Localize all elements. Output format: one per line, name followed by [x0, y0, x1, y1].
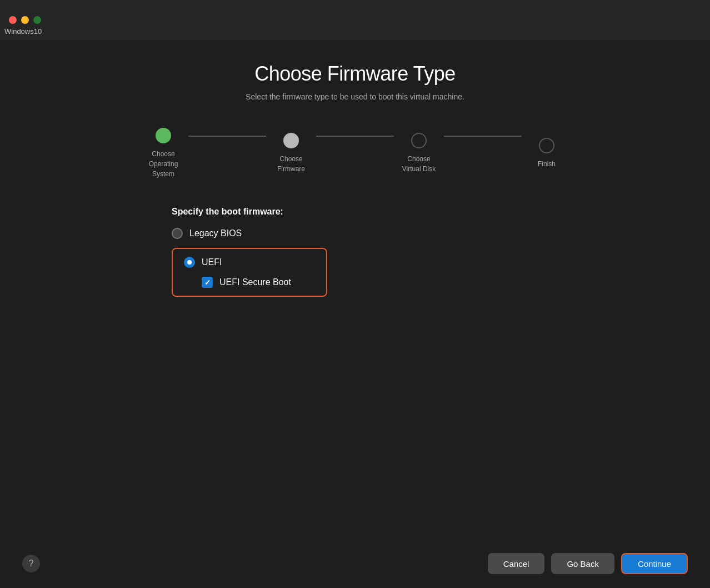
continue-button[interactable]: Continue: [621, 553, 688, 574]
cancel-button[interactable]: Cancel: [488, 553, 545, 574]
stepper: ChooseOperatingSystem ChooseFirmware Cho…: [138, 128, 572, 179]
help-button[interactable]: ?: [22, 555, 40, 572]
section-label: Specify the boot firmware:: [172, 207, 572, 217]
close-button[interactable]: [9, 16, 17, 24]
step-2-circle: [283, 133, 299, 148]
uefi-option[interactable]: UEFI: [184, 257, 315, 268]
uefi-radio[interactable]: [184, 257, 195, 268]
step-line-2: [316, 136, 394, 137]
step-3-circle: [411, 133, 427, 148]
step-choose-os: ChooseOperatingSystem: [138, 128, 188, 179]
uefi-label: UEFI: [202, 257, 222, 267]
uefi-secure-boot-label: UEFI Secure Boot: [219, 277, 291, 287]
uefi-secure-boot-checkbox[interactable]: [202, 277, 213, 288]
step-line-3: [444, 136, 522, 137]
legacy-bios-radio[interactable]: [172, 228, 183, 239]
page-title: Choose Firmware Type: [254, 62, 455, 86]
main-content: Choose Firmware Type Select the firmware…: [0, 40, 710, 588]
uefi-secure-boot-option[interactable]: UEFI Secure Boot: [202, 277, 315, 288]
step-choose-vdisk: ChooseVirtual Disk: [394, 133, 444, 174]
minimize-button[interactable]: [21, 16, 29, 24]
maximize-button[interactable]: [33, 16, 41, 24]
page-subtitle: Select the firmware type to be used to b…: [246, 92, 464, 101]
window-title: Windows10: [0, 27, 710, 36]
go-back-button[interactable]: Go Back: [551, 553, 614, 574]
step-finish: Finish: [522, 138, 572, 169]
legacy-bios-option[interactable]: Legacy BIOS: [172, 228, 572, 239]
step-4-label: Finish: [522, 159, 572, 169]
step-1-circle: [156, 128, 171, 143]
legacy-bios-label: Legacy BIOS: [189, 228, 242, 238]
step-4-circle: [539, 138, 554, 153]
form-section: Specify the boot firmware: Legacy BIOS U…: [138, 207, 572, 297]
step-line-1: [188, 136, 266, 137]
step-1-label: ChooseOperatingSystem: [138, 149, 188, 179]
step-choose-firmware: ChooseFirmware: [266, 133, 316, 174]
uefi-selected-box: UEFI UEFI Secure Boot: [172, 248, 327, 297]
step-3-label: ChooseVirtual Disk: [394, 154, 444, 174]
step-2-label: ChooseFirmware: [266, 154, 316, 174]
titlebar: Windows10: [0, 0, 710, 40]
bottom-bar: ? Cancel Go Back Continue: [0, 539, 710, 588]
